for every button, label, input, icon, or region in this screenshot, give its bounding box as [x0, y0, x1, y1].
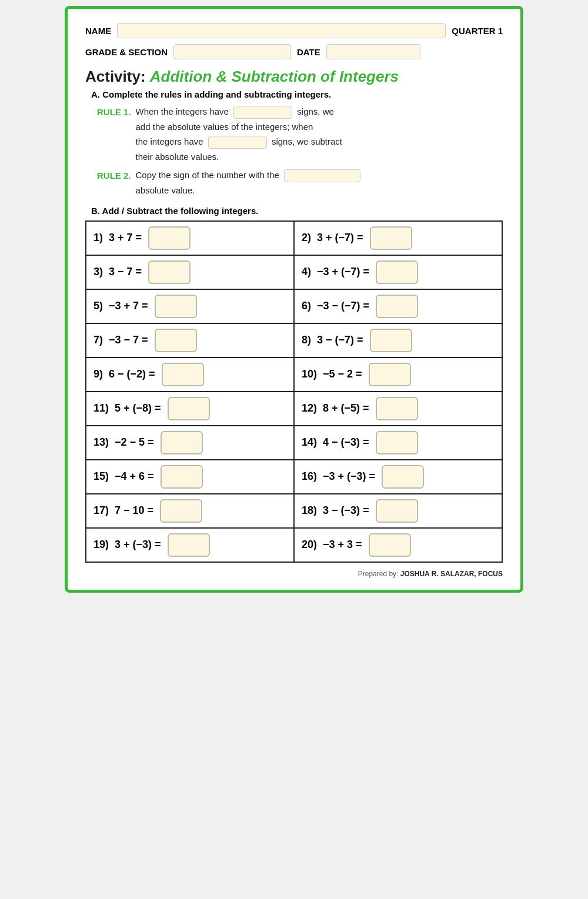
answer-16[interactable] [382, 465, 424, 489]
problem-19-expr: 19) 3 + (−3) = [93, 539, 161, 550]
problem-12-expr: 12) 8 + (−5) = [302, 402, 369, 414]
grade-input[interactable] [173, 44, 291, 59]
footer-text: Prepared by: JOSHUA R. SALAZAR, FOCUS [358, 570, 503, 578]
problem-6-expr: 6) −3 − (−7) = [302, 300, 369, 312]
problem-19: 19) 3 + (−3) = [86, 528, 294, 562]
problem-1-expr: 1) 3 + 7 = [93, 232, 142, 243]
name-input[interactable] [117, 23, 446, 38]
date-input[interactable] [326, 44, 420, 59]
answer-12[interactable] [376, 397, 418, 420]
problems-table: 1) 3 + 7 = 2) 3 + (−7) = 3) 3 − 7 = 4) −… [85, 220, 503, 563]
rule1-fill2[interactable] [208, 136, 267, 149]
footer: Prepared by: JOSHUA R. SALAZAR, FOCUS [85, 570, 503, 578]
answer-11[interactable] [168, 397, 210, 420]
answer-2[interactable] [370, 226, 412, 250]
problem-2-expr: 2) 3 + (−7) = [302, 232, 363, 243]
table-row: 15) −4 + 6 = 16) −3 + (−3) = [86, 460, 502, 494]
rule1-fill1[interactable] [233, 106, 292, 119]
answer-9[interactable] [162, 363, 204, 386]
footer-author: JOSHUA R. SALAZAR, FOCUS [400, 570, 503, 578]
quarter-label: QUARTER 1 [452, 26, 503, 36]
problem-9-expr: 9) 6 − (−2) = [93, 368, 155, 380]
answer-18[interactable] [376, 499, 418, 523]
table-row: 11) 5 + (−8) = 12) 8 + (−5) = [86, 392, 502, 426]
section-a-label: A. Complete the rules in adding and subt… [91, 89, 503, 99]
problem-3: 3) 3 − 7 = [86, 255, 294, 289]
problem-14: 14) 4 − (−3) = [294, 426, 502, 460]
table-row: 5) −3 + 7 = 6) −3 − (−7) = [86, 289, 502, 323]
table-row: 7) −3 − 7 = 8) 3 − (−7) = [86, 323, 502, 357]
name-label: NAME [85, 26, 111, 36]
problem-11-expr: 11) 5 + (−8) = [93, 402, 161, 414]
problem-5-expr: 5) −3 + 7 = [93, 300, 148, 312]
problem-1: 1) 3 + 7 = [86, 221, 294, 255]
problem-14-expr: 14) 4 − (−3) = [302, 436, 369, 448]
problem-15: 15) −4 + 6 = [86, 460, 294, 494]
rule2-label: RULE 2. [97, 168, 131, 183]
answer-15[interactable] [161, 465, 203, 489]
answer-14[interactable] [376, 431, 418, 454]
rule2-fill[interactable] [284, 169, 360, 182]
rule1-text1: When the integers have [136, 106, 229, 116]
answer-13[interactable] [161, 431, 203, 454]
problem-15-expr: 15) −4 + 6 = [93, 470, 154, 482]
answer-1[interactable] [148, 226, 191, 250]
problem-4-expr: 4) −3 + (−7) = [302, 266, 369, 278]
answer-20[interactable] [369, 533, 411, 557]
problem-13-expr: 13) −2 − 5 = [93, 436, 154, 448]
problem-16: 16) −3 + (−3) = [294, 460, 502, 494]
problem-17: 17) 7 − 10 = [86, 494, 294, 528]
problem-17-expr: 17) 7 − 10 = [93, 504, 153, 516]
rule1-text: When the integers have signs, we add the… [136, 104, 342, 164]
header-row-2: GRADE & SECTION DATE [85, 44, 503, 59]
table-row: 9) 6 − (−2) = 10) −5 − 2 = [86, 357, 502, 392]
problem-2: 2) 3 + (−7) = [294, 221, 502, 255]
rule2-text: Copy the sign of the number with the abs… [136, 168, 363, 198]
activity-title: Activity: Addition & Subtraction of Inte… [85, 68, 503, 86]
activity-prefix: Activity: [85, 68, 150, 85]
rule1-row: RULE 1. When the integers have signs, we… [97, 104, 503, 164]
problem-10-expr: 10) −5 − 2 = [302, 368, 362, 380]
section-b-label: B. Add / Subtract the following integers… [91, 206, 503, 216]
answer-19[interactable] [168, 533, 210, 557]
problem-18-expr: 18) 3 − (−3) = [302, 504, 369, 516]
table-row: 3) 3 − 7 = 4) −3 + (−7) = [86, 255, 502, 289]
problem-13: 13) −2 − 5 = [86, 426, 294, 460]
rules-section: RULE 1. When the integers have signs, we… [97, 104, 503, 198]
answer-7[interactable] [155, 329, 197, 352]
problem-8-expr: 8) 3 − (−7) = [302, 334, 363, 346]
table-row: 13) −2 − 5 = 14) 4 − (−3) = [86, 426, 502, 460]
problem-18: 18) 3 − (−3) = [294, 494, 502, 528]
problem-10: 10) −5 − 2 = [294, 357, 502, 392]
answer-17[interactable] [160, 499, 202, 523]
date-label: DATE [297, 47, 320, 57]
problem-3-expr: 3) 3 − 7 = [93, 266, 142, 278]
activity-title-text: Addition & Subtraction of Integers [150, 68, 399, 85]
problem-6: 6) −3 − (−7) = [294, 289, 502, 323]
problem-8: 8) 3 − (−7) = [294, 323, 502, 357]
problem-5: 5) −3 + 7 = [86, 289, 294, 323]
table-row: 17) 7 − 10 = 18) 3 − (−3) = [86, 494, 502, 528]
problem-7-expr: 7) −3 − 7 = [93, 334, 148, 346]
answer-8[interactable] [370, 329, 412, 352]
answer-3[interactable] [148, 260, 191, 284]
problem-12: 12) 8 + (−5) = [294, 392, 502, 426]
problem-7: 7) −3 − 7 = [86, 323, 294, 357]
problem-11: 11) 5 + (−8) = [86, 392, 294, 426]
answer-5[interactable] [155, 295, 197, 318]
grade-label: GRADE & SECTION [85, 47, 168, 57]
table-row: 19) 3 + (−3) = 20) −3 + 3 = [86, 528, 502, 562]
rule2-row: RULE 2. Copy the sign of the number with… [97, 168, 503, 198]
answer-6[interactable] [376, 295, 418, 318]
header-row-1: NAME QUARTER 1 [85, 23, 503, 38]
answer-10[interactable] [369, 363, 411, 386]
problem-20: 20) −3 + 3 = [294, 528, 502, 562]
worksheet-page: NAME QUARTER 1 GRADE & SECTION DATE Acti… [65, 6, 523, 593]
rule1-label: RULE 1. [97, 104, 131, 119]
answer-4[interactable] [376, 260, 418, 284]
problem-16-expr: 16) −3 + (−3) = [302, 470, 375, 482]
table-row: 1) 3 + 7 = 2) 3 + (−7) = [86, 221, 502, 255]
problem-20-expr: 20) −3 + 3 = [302, 539, 362, 550]
problem-4: 4) −3 + (−7) = [294, 255, 502, 289]
problem-9: 9) 6 − (−2) = [86, 357, 294, 392]
